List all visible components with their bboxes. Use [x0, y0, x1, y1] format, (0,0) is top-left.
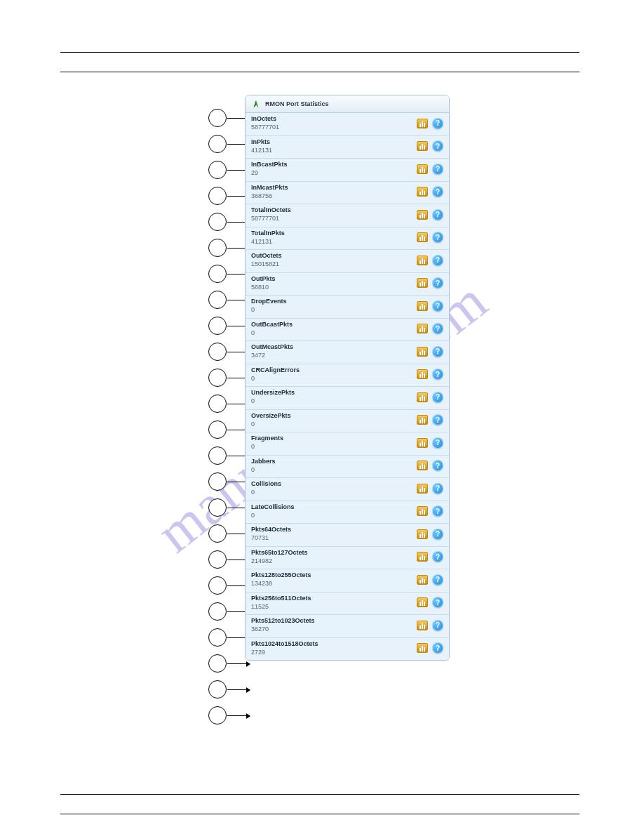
chart-icon[interactable] [417, 119, 428, 128]
help-icon[interactable]: ? [432, 118, 443, 129]
stat-label: TotalInPkts [251, 230, 285, 237]
help-icon[interactable]: ? [432, 209, 443, 220]
stat-row: Pkts1024to1518Octets2729? [246, 637, 449, 661]
stat-row: InBcastPkts29? [246, 158, 449, 181]
help-icon[interactable]: ? [432, 597, 443, 608]
help-icon[interactable]: ? [432, 437, 443, 449]
stat-actions: ? [417, 529, 443, 540]
stat-text: Pkts1024to1518Octets2729 [251, 640, 318, 657]
stat-actions: ? [417, 277, 443, 289]
help-icon[interactable]: ? [432, 346, 443, 357]
stat-actions: ? [417, 255, 443, 266]
chart-icon[interactable] [417, 575, 428, 585]
chart-icon[interactable] [417, 256, 428, 265]
stat-label: Pkts1024to1518Octets [251, 640, 318, 648]
help-icon[interactable]: ? [432, 164, 443, 175]
callout-arrow [227, 689, 250, 690]
chart-icon[interactable] [417, 552, 428, 562]
stat-label: UndersizePkts [251, 389, 295, 397]
help-icon[interactable]: ? [432, 140, 443, 152]
help-icon[interactable]: ? [432, 642, 443, 654]
callout-circle [208, 421, 227, 439]
bottom-rule-1 [60, 794, 579, 795]
chart-icon[interactable] [417, 164, 428, 174]
stat-label: InPkts [251, 138, 272, 146]
callout-circle [208, 369, 227, 387]
help-icon[interactable]: ? [432, 483, 443, 494]
stat-actions: ? [417, 323, 443, 334]
chart-icon[interactable] [417, 347, 428, 357]
chart-icon[interactable] [417, 415, 428, 425]
chart-icon[interactable] [417, 461, 428, 470]
help-icon[interactable]: ? [432, 529, 443, 540]
callout-circle [208, 265, 227, 283]
stat-value: 0 [251, 397, 295, 405]
stat-row: Pkts512to1023Octets36270? [246, 614, 449, 637]
stat-text: InPkts412131 [251, 138, 272, 155]
stat-row: InPkts412131? [246, 135, 449, 159]
stat-text: DropEvents0 [251, 298, 287, 315]
stat-row: OutPkts56810? [246, 272, 449, 296]
stat-text: OutMcastPkts3472 [251, 343, 293, 360]
chart-icon[interactable] [417, 210, 428, 220]
chart-icon[interactable] [417, 643, 428, 653]
chart-icon[interactable] [417, 232, 428, 242]
callout-circle [208, 135, 227, 153]
stat-label: LateCollisions [251, 503, 295, 511]
stat-text: CRCAlignErrors0 [251, 366, 300, 383]
help-icon[interactable]: ? [432, 414, 443, 425]
stat-actions: ? [417, 620, 443, 631]
chart-icon[interactable] [417, 392, 428, 402]
callout-arrow [227, 715, 250, 716]
stat-actions: ? [417, 346, 443, 357]
chart-icon[interactable] [417, 278, 428, 288]
help-icon[interactable]: ? [432, 369, 443, 380]
chart-icon[interactable] [417, 621, 428, 630]
stat-text: Jabbers0 [251, 458, 276, 475]
callout-circle [208, 706, 227, 724]
stat-label: OutPkts [251, 275, 276, 283]
help-icon[interactable]: ? [432, 620, 443, 631]
chart-icon[interactable] [417, 187, 428, 197]
chart-icon[interactable] [417, 529, 428, 539]
panel-header: RMON Port Statistics [246, 95, 449, 113]
stat-actions: ? [417, 186, 443, 197]
stat-value: 0 [251, 489, 281, 496]
chart-icon[interactable] [417, 141, 428, 151]
stat-actions: ? [417, 232, 443, 243]
callout-arrow [227, 663, 250, 664]
help-icon[interactable]: ? [432, 323, 443, 334]
stat-label: Fragments [251, 435, 283, 442]
help-icon[interactable]: ? [432, 574, 443, 585]
stat-value: 0 [251, 375, 300, 383]
chart-icon[interactable] [417, 438, 428, 448]
stat-label: Pkts65to127Octets [251, 549, 308, 557]
stat-row: Pkts65to127Octets214982? [246, 546, 449, 569]
help-icon[interactable]: ? [432, 277, 443, 289]
help-icon[interactable]: ? [432, 460, 443, 471]
stat-label: OversizePkts [251, 412, 291, 420]
chart-icon[interactable] [417, 301, 428, 311]
callout-circle [208, 291, 227, 309]
help-icon[interactable]: ? [432, 392, 443, 403]
stat-value: 134238 [251, 580, 311, 588]
chart-icon[interactable] [417, 597, 428, 607]
stat-actions: ? [417, 437, 443, 449]
stat-row: InMcastPkts368756? [246, 181, 449, 204]
chart-icon[interactable] [417, 506, 428, 516]
help-icon[interactable]: ? [432, 300, 443, 312]
help-icon[interactable]: ? [432, 551, 443, 562]
chart-icon[interactable] [417, 369, 428, 379]
help-icon[interactable]: ? [432, 505, 443, 517]
stat-value: 0 [251, 466, 276, 474]
help-icon[interactable]: ? [432, 255, 443, 266]
stat-row: CRCAlignErrors0? [246, 364, 449, 387]
stat-value: 0 [251, 512, 295, 519]
chart-icon[interactable] [417, 324, 428, 333]
chart-icon[interactable] [417, 484, 428, 494]
stat-label: Jabbers [251, 458, 276, 465]
help-icon[interactable]: ? [432, 186, 443, 197]
help-icon[interactable]: ? [432, 232, 443, 243]
stat-text: InMcastPkts368756 [251, 184, 288, 201]
stat-value: 0 [251, 329, 293, 337]
